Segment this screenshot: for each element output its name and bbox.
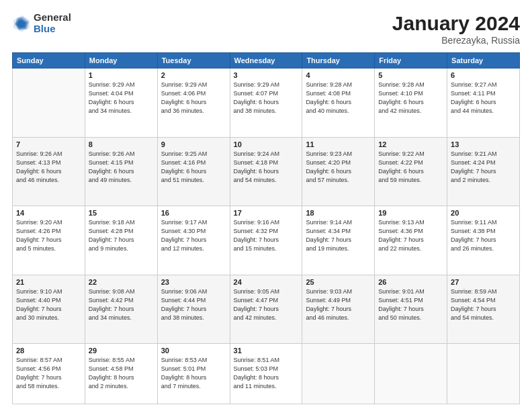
day-number: 5 bbox=[378, 71, 443, 79]
day-info: Sunrise: 8:53 AMSunset: 5:01 PMDaylight:… bbox=[161, 356, 226, 391]
calendar-cell: 12Sunrise: 9:22 AMSunset: 4:22 PMDayligh… bbox=[375, 137, 447, 206]
day-info: Sunrise: 8:57 AMSunset: 4:56 PMDaylight:… bbox=[16, 356, 81, 391]
col-header-sunday: Sunday bbox=[13, 53, 85, 68]
logo: General Blue bbox=[12, 12, 71, 34]
calendar-cell: 2Sunrise: 9:29 AMSunset: 4:06 PMDaylight… bbox=[157, 68, 230, 138]
day-number: 3 bbox=[234, 71, 299, 79]
day-number: 9 bbox=[161, 140, 226, 148]
title-block: January 2024 Berezayka, Russia bbox=[392, 12, 520, 46]
day-number: 23 bbox=[161, 278, 226, 286]
calendar-header-row: SundayMondayTuesdayWednesdayThursdayFrid… bbox=[13, 53, 520, 68]
page: General Blue January 2024 Berezayka, Rus… bbox=[0, 0, 532, 411]
day-info: Sunrise: 8:51 AMSunset: 5:03 PMDaylight:… bbox=[234, 356, 299, 391]
day-info: Sunrise: 9:17 AMSunset: 4:30 PMDaylight:… bbox=[161, 218, 226, 253]
logo-blue-text: Blue bbox=[34, 24, 71, 35]
title-month: January 2024 bbox=[392, 12, 520, 35]
calendar-week-0: 1Sunrise: 9:29 AMSunset: 4:04 PMDaylight… bbox=[13, 68, 520, 138]
calendar-cell: 1Sunrise: 9:29 AMSunset: 4:04 PMDaylight… bbox=[85, 68, 157, 138]
calendar-cell: 7Sunrise: 9:26 AMSunset: 4:13 PMDaylight… bbox=[13, 137, 85, 206]
calendar-cell: 27Sunrise: 8:59 AMSunset: 4:54 PMDayligh… bbox=[447, 275, 520, 344]
calendar-cell bbox=[13, 68, 85, 138]
calendar-cell bbox=[375, 344, 447, 404]
day-info: Sunrise: 8:55 AMSunset: 4:58 PMDaylight:… bbox=[89, 356, 154, 391]
day-info: Sunrise: 9:29 AMSunset: 4:07 PMDaylight:… bbox=[234, 81, 299, 116]
day-info: Sunrise: 8:59 AMSunset: 4:54 PMDaylight:… bbox=[451, 287, 516, 322]
calendar-week-2: 14Sunrise: 9:20 AMSunset: 4:26 PMDayligh… bbox=[13, 206, 520, 275]
calendar-cell bbox=[302, 344, 375, 404]
calendar-cell: 14Sunrise: 9:20 AMSunset: 4:26 PMDayligh… bbox=[13, 206, 85, 275]
day-number: 29 bbox=[89, 347, 154, 355]
day-info: Sunrise: 9:18 AMSunset: 4:28 PMDaylight:… bbox=[89, 218, 154, 253]
day-number: 14 bbox=[16, 209, 81, 217]
calendar-week-3: 21Sunrise: 9:10 AMSunset: 4:40 PMDayligh… bbox=[13, 275, 520, 344]
calendar-cell: 31Sunrise: 8:51 AMSunset: 5:03 PMDayligh… bbox=[230, 344, 302, 404]
day-info: Sunrise: 9:11 AMSunset: 4:38 PMDaylight:… bbox=[451, 218, 516, 253]
day-info: Sunrise: 9:23 AMSunset: 4:20 PMDaylight:… bbox=[306, 150, 371, 185]
day-info: Sunrise: 9:06 AMSunset: 4:44 PMDaylight:… bbox=[161, 287, 226, 322]
day-info: Sunrise: 9:14 AMSunset: 4:34 PMDaylight:… bbox=[306, 218, 371, 253]
calendar-cell: 23Sunrise: 9:06 AMSunset: 4:44 PMDayligh… bbox=[157, 275, 230, 344]
day-info: Sunrise: 9:10 AMSunset: 4:40 PMDaylight:… bbox=[16, 287, 81, 322]
day-info: Sunrise: 9:03 AMSunset: 4:49 PMDaylight:… bbox=[306, 287, 371, 322]
calendar-cell: 17Sunrise: 9:16 AMSunset: 4:32 PMDayligh… bbox=[230, 206, 302, 275]
day-info: Sunrise: 9:05 AMSunset: 4:47 PMDaylight:… bbox=[234, 287, 299, 322]
day-info: Sunrise: 9:22 AMSunset: 4:22 PMDaylight:… bbox=[378, 150, 443, 185]
day-number: 25 bbox=[306, 278, 371, 286]
calendar-cell: 11Sunrise: 9:23 AMSunset: 4:20 PMDayligh… bbox=[302, 137, 375, 206]
calendar-cell: 5Sunrise: 9:28 AMSunset: 4:10 PMDaylight… bbox=[375, 68, 447, 138]
title-location: Berezayka, Russia bbox=[392, 35, 520, 46]
day-info: Sunrise: 9:08 AMSunset: 4:42 PMDaylight:… bbox=[89, 287, 154, 322]
calendar-cell: 13Sunrise: 9:21 AMSunset: 4:24 PMDayligh… bbox=[447, 137, 520, 206]
col-header-wednesday: Wednesday bbox=[230, 53, 302, 68]
day-number: 28 bbox=[16, 347, 81, 355]
calendar-cell: 16Sunrise: 9:17 AMSunset: 4:30 PMDayligh… bbox=[157, 206, 230, 275]
day-number: 17 bbox=[234, 209, 299, 217]
day-info: Sunrise: 9:01 AMSunset: 4:51 PMDaylight:… bbox=[378, 287, 443, 322]
day-info: Sunrise: 9:26 AMSunset: 4:15 PMDaylight:… bbox=[89, 150, 154, 185]
calendar-cell: 20Sunrise: 9:11 AMSunset: 4:38 PMDayligh… bbox=[447, 206, 520, 275]
col-header-tuesday: Tuesday bbox=[157, 53, 230, 68]
day-info: Sunrise: 9:28 AMSunset: 4:10 PMDaylight:… bbox=[378, 81, 443, 116]
day-info: Sunrise: 9:27 AMSunset: 4:11 PMDaylight:… bbox=[451, 81, 516, 116]
calendar-week-4: 28Sunrise: 8:57 AMSunset: 4:56 PMDayligh… bbox=[13, 344, 520, 404]
day-info: Sunrise: 9:26 AMSunset: 4:13 PMDaylight:… bbox=[16, 150, 81, 185]
col-header-monday: Monday bbox=[85, 53, 157, 68]
day-number: 6 bbox=[451, 71, 516, 79]
calendar-cell: 4Sunrise: 9:28 AMSunset: 4:08 PMDaylight… bbox=[302, 68, 375, 138]
calendar-cell: 8Sunrise: 9:26 AMSunset: 4:15 PMDaylight… bbox=[85, 137, 157, 206]
day-number: 13 bbox=[451, 140, 516, 148]
calendar-cell: 24Sunrise: 9:05 AMSunset: 4:47 PMDayligh… bbox=[230, 275, 302, 344]
day-info: Sunrise: 9:29 AMSunset: 4:04 PMDaylight:… bbox=[89, 81, 154, 116]
logo-icon bbox=[12, 14, 31, 33]
day-number: 1 bbox=[89, 71, 154, 79]
calendar-cell: 28Sunrise: 8:57 AMSunset: 4:56 PMDayligh… bbox=[13, 344, 85, 404]
day-number: 12 bbox=[378, 140, 443, 148]
calendar-cell: 21Sunrise: 9:10 AMSunset: 4:40 PMDayligh… bbox=[13, 275, 85, 344]
day-number: 7 bbox=[16, 140, 81, 148]
calendar-cell: 15Sunrise: 9:18 AMSunset: 4:28 PMDayligh… bbox=[85, 206, 157, 275]
day-number: 24 bbox=[234, 278, 299, 286]
day-info: Sunrise: 9:16 AMSunset: 4:32 PMDaylight:… bbox=[234, 218, 299, 253]
day-info: Sunrise: 9:24 AMSunset: 4:18 PMDaylight:… bbox=[234, 150, 299, 185]
col-header-friday: Friday bbox=[375, 53, 447, 68]
day-number: 2 bbox=[161, 71, 226, 79]
day-number: 4 bbox=[306, 71, 371, 79]
calendar-cell: 18Sunrise: 9:14 AMSunset: 4:34 PMDayligh… bbox=[302, 206, 375, 275]
day-number: 31 bbox=[234, 347, 299, 355]
day-number: 22 bbox=[89, 278, 154, 286]
calendar-cell: 30Sunrise: 8:53 AMSunset: 5:01 PMDayligh… bbox=[157, 344, 230, 404]
day-info: Sunrise: 9:25 AMSunset: 4:16 PMDaylight:… bbox=[161, 150, 226, 185]
day-info: Sunrise: 9:13 AMSunset: 4:36 PMDaylight:… bbox=[378, 218, 443, 253]
calendar-table: SundayMondayTuesdayWednesdayThursdayFrid… bbox=[12, 52, 520, 404]
calendar-cell bbox=[447, 344, 520, 404]
calendar-cell: 6Sunrise: 9:27 AMSunset: 4:11 PMDaylight… bbox=[447, 68, 520, 138]
calendar-cell: 26Sunrise: 9:01 AMSunset: 4:51 PMDayligh… bbox=[375, 275, 447, 344]
day-number: 19 bbox=[378, 209, 443, 217]
calendar-week-1: 7Sunrise: 9:26 AMSunset: 4:13 PMDaylight… bbox=[13, 137, 520, 206]
day-info: Sunrise: 9:21 AMSunset: 4:24 PMDaylight:… bbox=[451, 150, 516, 185]
calendar-cell: 19Sunrise: 9:13 AMSunset: 4:36 PMDayligh… bbox=[375, 206, 447, 275]
day-info: Sunrise: 9:29 AMSunset: 4:06 PMDaylight:… bbox=[161, 81, 226, 116]
day-number: 16 bbox=[161, 209, 226, 217]
day-number: 27 bbox=[451, 278, 516, 286]
calendar-cell: 22Sunrise: 9:08 AMSunset: 4:42 PMDayligh… bbox=[85, 275, 157, 344]
